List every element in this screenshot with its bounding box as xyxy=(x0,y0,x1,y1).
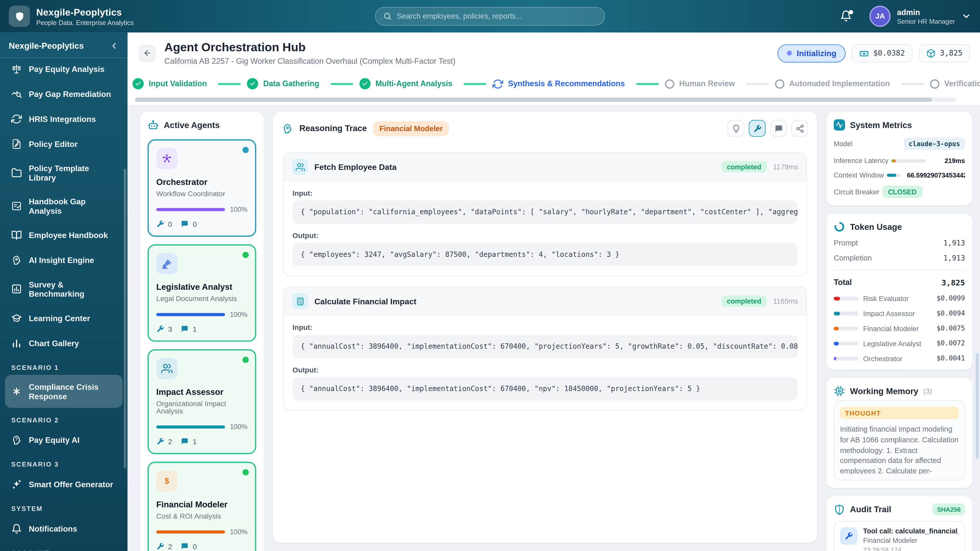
agent-progress-label: 100% xyxy=(230,310,248,318)
metric-context-row: Context Window 66.59929073453442% xyxy=(834,171,965,179)
sidebar-collapse-button[interactable] xyxy=(110,41,119,51)
back-button[interactable] xyxy=(139,44,156,62)
wrench-icon xyxy=(156,325,164,333)
robot-icon xyxy=(148,119,159,130)
agent-progress-label: 100% xyxy=(230,206,248,213)
messages-button[interactable] xyxy=(770,120,787,137)
pipeline-step: Input Validation xyxy=(132,78,247,89)
brand-subtitle: People Data. Enterprise Analytics xyxy=(36,18,134,26)
sidebar-item-label: Pay Equity AI xyxy=(29,435,80,445)
sidebar-item[interactable]: Learning Center xyxy=(5,306,123,330)
insights-button[interactable] xyxy=(728,120,745,137)
agent-card[interactable]: $ Financial Modeler Cost & ROI Analysis … xyxy=(148,462,256,551)
sidebar-item[interactable]: Pay Equity Analysis xyxy=(5,62,123,81)
token-agent-bar xyxy=(834,356,859,360)
token-agent-name: Orchestrator xyxy=(863,354,932,362)
user-role: Senior HR Manager xyxy=(897,17,955,24)
token-agent-name: Risk Evaluator xyxy=(863,295,932,302)
sidebar-item[interactable]: Notifications xyxy=(5,516,123,541)
tool-duration: 1179ms xyxy=(773,163,798,170)
agent-status-dot xyxy=(242,252,248,258)
agent-progress-label: 100% xyxy=(230,423,248,430)
horizontal-scrollbar[interactable] xyxy=(135,97,956,102)
sidebar-item-icon xyxy=(11,479,22,489)
check-icon xyxy=(247,78,258,89)
vertical-scrollbar[interactable] xyxy=(976,353,979,459)
audit-entry[interactable]: Tool call: calculate_financial_impact Fi… xyxy=(834,521,965,551)
sidebar-item[interactable]: Employee Handbook xyxy=(5,222,123,248)
sidebar-item-label: Chart Gallery xyxy=(29,338,79,348)
agent-name: Legislative Analyst xyxy=(156,283,248,292)
agent-progress-bar xyxy=(156,425,225,428)
token-usage-title: Token Usage xyxy=(850,222,902,232)
chevron-down-icon[interactable] xyxy=(961,11,971,21)
sidebar-item[interactable]: Survey & Benchmarking xyxy=(5,272,123,306)
input-label: Input: xyxy=(293,324,797,331)
agent-progress-bar xyxy=(156,530,225,533)
sidebar-item[interactable]: ? Pay Equity AI xyxy=(5,427,123,452)
sidebar-item[interactable]: Policy Editor xyxy=(5,131,123,156)
cost-badge: $0.0382 xyxy=(852,44,913,62)
sidebar-item[interactable]: Pay Gap Remediation xyxy=(5,81,123,106)
working-memory-panel: Working Memory (3) THOUGHT Initiating fi… xyxy=(826,378,973,488)
agent-card[interactable]: Legislative Analyst Legal Document Analy… xyxy=(148,245,256,342)
horizontal-scrollbar-thumb[interactable] xyxy=(135,97,932,102)
sidebar-item-icon xyxy=(11,313,22,324)
pipeline-step: Multi-Agent Analysis xyxy=(359,78,492,89)
check-icon xyxy=(132,78,144,89)
sidebar-item[interactable]: Compliance Crisis Response xyxy=(5,375,123,408)
sidebar-scrollbar[interactable] xyxy=(124,168,126,468)
graph-button[interactable] xyxy=(791,120,808,137)
audit-agent: Financial Modeler xyxy=(863,537,959,544)
tool-status-badge: completed xyxy=(721,161,767,172)
tool-call-card[interactable]: Fetch Employee Data completed 1179ms Inp… xyxy=(283,152,807,276)
shield-icon xyxy=(834,504,845,515)
tool-name: Calculate Financial Impact xyxy=(314,297,417,306)
sidebar-item-label: HRIS Integrations xyxy=(29,114,96,124)
tools-button[interactable] xyxy=(749,120,765,137)
sidebar-section-header: SCENARIO 1 xyxy=(5,355,123,375)
input-code: { "annualCost": 3896400, "implementation… xyxy=(293,335,797,358)
agent-tool-count: 0 xyxy=(168,220,172,227)
sidebar-item[interactable]: Smart Offer Generator xyxy=(5,472,123,497)
working-memory-list: THOUGHT Initiating financial impact mode… xyxy=(834,400,965,480)
token-agent-row: Risk Evaluator $0.0099 xyxy=(834,294,965,302)
sidebar-item-icon xyxy=(11,138,22,149)
sidebar-item[interactable]: Chart Gallery xyxy=(5,330,123,356)
sidebar-item[interactable]: AI Insight Engine xyxy=(5,248,123,272)
sidebar-item[interactable]: HRIS Integrations xyxy=(5,106,123,131)
search-input[interactable] xyxy=(397,12,597,21)
trace-agent-badge: Financial Modeler xyxy=(373,121,449,136)
sidebar-item[interactable]: Policy Template Library xyxy=(5,156,123,189)
tool-call-card[interactable]: Calculate Financial Impact completed 116… xyxy=(283,287,807,410)
pipeline-step: Automated Implementation xyxy=(775,79,930,89)
pipeline-connector xyxy=(464,83,486,84)
tokens-value: 3,825 xyxy=(940,49,963,57)
pipeline-scroll-row xyxy=(127,97,980,105)
token-agent-list: Risk Evaluator $0.0099 Impact Assessor $… xyxy=(834,294,965,362)
cpu-icon xyxy=(834,386,845,397)
memory-entry[interactable]: THOUGHT Initiating financial impact mode… xyxy=(834,400,965,480)
page-subtitle: California AB 2257 - Gig Worker Classifi… xyxy=(164,57,769,65)
sidebar-item-icon: ? xyxy=(11,434,22,445)
sidebar-nav: Pay Equity Analysis Pay Gap Remediation … xyxy=(0,62,127,551)
audit-trail-title: Audit Trail xyxy=(850,505,891,514)
agent-card[interactable]: Orchestrator Workflow Coordinator 100% 0… xyxy=(148,139,256,237)
agent-role: Cost & ROI Analysis xyxy=(156,512,248,519)
pipeline-step: Synthesis & Recommendations xyxy=(492,78,665,89)
active-agents-title: Active Agents xyxy=(164,120,220,130)
sidebar-item[interactable]: Handbook Gap Analysis xyxy=(5,189,123,222)
agent-card[interactable]: Impact Assessor Organizational Impact An… xyxy=(148,349,256,454)
agent-progress-label: 100% xyxy=(230,528,248,535)
reasoning-head-icon xyxy=(282,123,293,134)
pipeline-connector xyxy=(636,83,659,84)
donut-icon xyxy=(834,221,845,232)
avatar[interactable]: JA xyxy=(870,6,891,27)
total-value: 3,825 xyxy=(942,278,965,287)
memory-tag: THOUGHT xyxy=(840,407,959,419)
sidebar-item-icon xyxy=(11,284,22,294)
global-search[interactable] xyxy=(375,7,605,25)
sidebar-item-icon xyxy=(11,254,22,265)
app: Nexgile-Peoplytics People Data. Enterpri… xyxy=(0,0,980,551)
agent-role: Legal Document Analysis xyxy=(156,295,248,302)
